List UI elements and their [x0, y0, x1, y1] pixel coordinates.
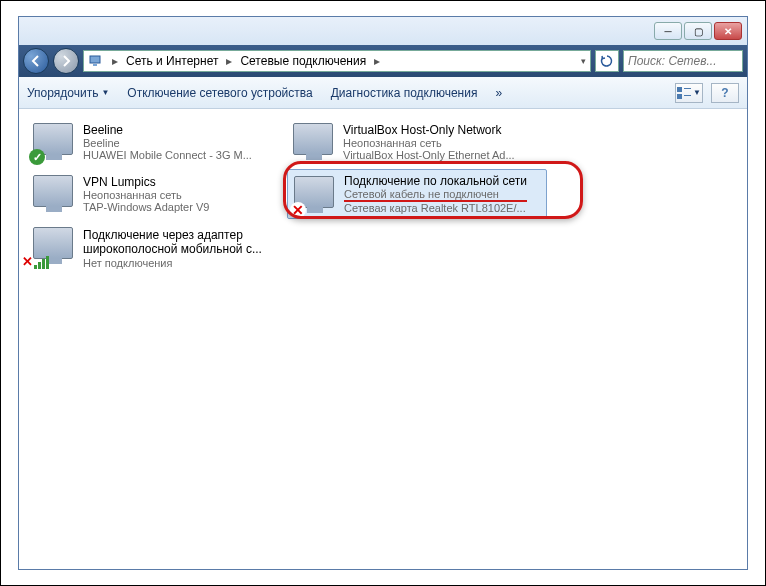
- network-adapter-icon: [289, 119, 337, 165]
- view-icon: [677, 87, 691, 99]
- view-options-button[interactable]: ▼: [675, 83, 703, 103]
- back-button[interactable]: [23, 48, 49, 74]
- connection-device: VirtualBox Host-Only Ethernet Ad...: [343, 149, 515, 161]
- connection-device: TAP-Windows Adapter V9: [83, 201, 209, 213]
- close-button[interactable]: ✕: [714, 22, 742, 40]
- disconnected-bars-icon: ✕: [27, 253, 43, 269]
- svg-rect-1: [93, 64, 97, 66]
- address-bar[interactable]: ▸ Сеть и Интернет ▸ Сетевые подключения …: [83, 50, 591, 72]
- minimize-button[interactable]: ─: [654, 22, 682, 40]
- connection-name: Beeline: [83, 123, 252, 137]
- navigation-bar: ▸ Сеть и Интернет ▸ Сетевые подключения …: [19, 45, 747, 77]
- network-adapter-icon: ✕: [29, 223, 77, 269]
- refresh-button[interactable]: [595, 50, 619, 72]
- connection-name: VPN Lumpics: [83, 175, 209, 189]
- chevron-right-icon: ▸: [222, 54, 236, 68]
- breadcrumb-part[interactable]: Сеть и Интернет: [126, 54, 218, 68]
- more-button[interactable]: »: [495, 86, 502, 100]
- svg-rect-2: [677, 87, 682, 92]
- disable-device-button[interactable]: Отключение сетевого устройства: [127, 86, 312, 100]
- network-adapter-icon: ✓: [29, 119, 77, 165]
- content-area: ✓ Beeline Beeline HUAWEI Mobile Connect …: [19, 109, 747, 569]
- connection-item[interactable]: VPN Lumpics Неопознанная сеть TAP-Window…: [27, 169, 287, 219]
- forward-button[interactable]: [53, 48, 79, 74]
- connection-name: VirtualBox Host-Only Network: [343, 123, 515, 137]
- search-box[interactable]: [623, 50, 743, 72]
- command-bar: Упорядочить ▼ Отключение сетевого устрой…: [19, 77, 747, 109]
- connection-item[interactable]: VirtualBox Host-Only Network Неопознанна…: [287, 117, 547, 167]
- network-icon: [88, 53, 104, 69]
- refresh-icon: [600, 54, 614, 68]
- chevron-down-icon: ▼: [693, 88, 701, 97]
- connection-name: Подключение через адаптер широкополосной…: [83, 229, 285, 257]
- chevron-right-icon: ▸: [108, 54, 122, 68]
- diagnose-button[interactable]: Диагностика подключения: [331, 86, 478, 100]
- arrow-left-icon: [30, 55, 42, 67]
- connection-status: Нет подключения: [83, 257, 285, 269]
- connection-status: Неопознанная сеть: [83, 189, 209, 201]
- x-icon: ✕: [290, 202, 306, 218]
- connection-item[interactable]: ✓ Beeline Beeline HUAWEI Mobile Connect …: [27, 117, 287, 167]
- connection-name: Подключение по локальной сети: [344, 174, 527, 188]
- network-adapter-icon: ✕: [290, 172, 338, 218]
- connection-status: Неопознанная сеть: [343, 137, 515, 149]
- connection-item-selected[interactable]: ✕ Подключение по локальной сети Сетевой …: [287, 169, 547, 219]
- chevron-right-icon: ▸: [370, 54, 384, 68]
- connection-item[interactable]: ✕ Подключение через адаптер широкополосн…: [27, 221, 287, 277]
- check-icon: ✓: [29, 149, 45, 165]
- svg-rect-4: [677, 94, 682, 99]
- connection-device: Сетевая карта Realtek RTL8102E/...: [344, 202, 527, 214]
- chevron-down-icon: ▼: [101, 88, 109, 97]
- arrow-right-icon: [60, 55, 72, 67]
- titlebar: ─ ▢ ✕: [19, 17, 747, 45]
- connection-status: Сетевой кабель не подключен: [344, 188, 527, 202]
- svg-rect-3: [684, 88, 691, 89]
- maximize-button[interactable]: ▢: [684, 22, 712, 40]
- connection-device: HUAWEI Mobile Connect - 3G M...: [83, 149, 252, 161]
- search-input[interactable]: [628, 54, 738, 68]
- breadcrumb-part[interactable]: Сетевые подключения: [240, 54, 366, 68]
- svg-rect-0: [90, 56, 100, 63]
- svg-rect-5: [684, 95, 691, 96]
- organize-button[interactable]: Упорядочить ▼: [27, 86, 109, 100]
- help-icon: ?: [721, 86, 728, 100]
- help-button[interactable]: ?: [711, 83, 739, 103]
- chevron-down-icon[interactable]: ▾: [581, 56, 586, 66]
- connection-status: Beeline: [83, 137, 252, 149]
- network-adapter-icon: [29, 171, 77, 217]
